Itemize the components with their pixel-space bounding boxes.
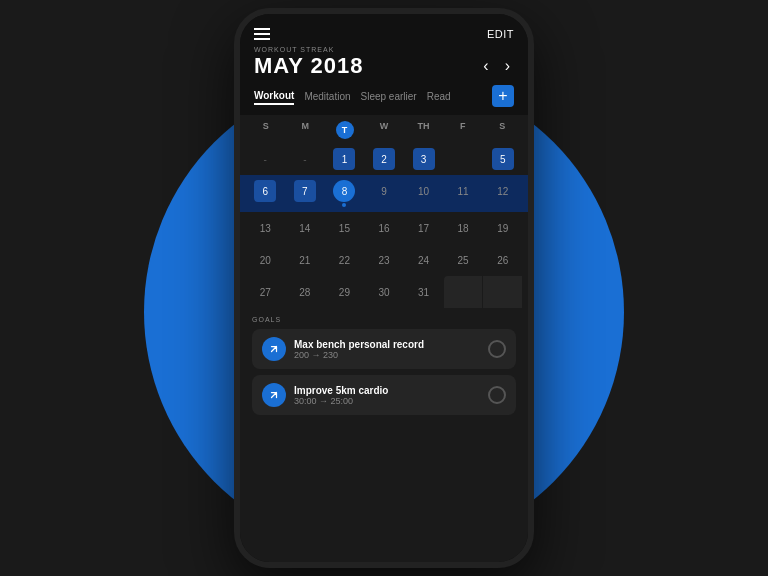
cal-cell[interactable]: 16 — [365, 212, 404, 244]
cal-cell[interactable]: 26 — [483, 244, 522, 276]
cal-cell[interactable]: 24 — [404, 244, 443, 276]
cal-cell[interactable]: 25 — [444, 244, 483, 276]
goal-check-cardio[interactable] — [488, 386, 506, 404]
goal-sub-cardio: 30:00 → 25:00 — [294, 396, 480, 406]
next-month-button[interactable]: › — [501, 55, 514, 77]
goal-check-bench[interactable] — [488, 340, 506, 358]
week-4: 20 21 22 23 24 25 26 — [240, 244, 528, 276]
day-name-s: S — [246, 121, 285, 139]
cal-cell — [444, 276, 483, 308]
phone-top-bar — [240, 14, 528, 22]
goal-item-bench[interactable]: Max bench personal record 200 → 230 — [252, 329, 516, 369]
goals-section: GOALS Max bench personal record 200 → 23… — [240, 308, 528, 425]
month-header: WORKOUT STREAK MAY 2018 ‹ › — [240, 44, 528, 85]
edit-button[interactable]: EDIT — [487, 28, 514, 40]
cal-cell-today[interactable]: 8 — [325, 175, 364, 212]
week-5: 27 28 29 30 31 — [240, 276, 528, 308]
arrow-icon — [268, 389, 280, 401]
cal-cell[interactable]: 22 — [325, 244, 364, 276]
tab-workout[interactable]: Workout — [254, 88, 294, 105]
tabs-bar: Workout Meditation Sleep earlier Read + — [240, 85, 528, 115]
cal-cell[interactable]: 18 — [444, 212, 483, 244]
cal-cell[interactable]: 10 — [404, 175, 443, 212]
cal-cell[interactable]: 14 — [286, 212, 325, 244]
calendar-header: S M T W TH F S — [240, 115, 528, 143]
cal-cell[interactable]: 3 — [404, 143, 443, 175]
cal-cell[interactable]: 13 — [246, 212, 285, 244]
goal-title-bench: Max bench personal record — [294, 339, 480, 350]
cal-cell[interactable]: - — [246, 143, 285, 175]
month-title: MAY 2018 — [254, 53, 364, 79]
cal-cell[interactable]: 20 — [246, 244, 285, 276]
cal-cell[interactable]: 23 — [365, 244, 404, 276]
cal-cell — [483, 276, 522, 308]
cal-cell[interactable]: 31 — [404, 276, 443, 308]
cal-cell[interactable]: 1 — [325, 143, 364, 175]
day-name-f: F — [443, 121, 482, 139]
streak-label: WORKOUT STREAK — [254, 46, 514, 53]
day-name-t: T — [325, 121, 364, 139]
goal-sub-bench: 200 → 230 — [294, 350, 480, 360]
cal-cell[interactable]: 9 — [365, 175, 404, 212]
goal-title-cardio: Improve 5km cardio — [294, 385, 480, 396]
cal-cell[interactable]: 5 — [483, 143, 522, 175]
cal-cell[interactable]: 2 — [365, 143, 404, 175]
calendar: S M T W TH F S - - 1 2 3 5 6 7 8 — [240, 115, 528, 562]
day-name-w: W — [364, 121, 403, 139]
arrow-icon — [268, 343, 280, 355]
menu-icon[interactable] — [254, 28, 270, 40]
goal-text-bench: Max bench personal record 200 → 230 — [294, 339, 480, 360]
phone-frame: EDIT WORKOUT STREAK MAY 2018 ‹ › Workout… — [234, 8, 534, 568]
today-dot — [342, 203, 346, 207]
day-name-th: TH — [404, 121, 443, 139]
goal-icon-cardio — [262, 383, 286, 407]
tab-sleep[interactable]: Sleep earlier — [361, 89, 417, 104]
goal-icon-bench — [262, 337, 286, 361]
cal-cell[interactable]: 21 — [286, 244, 325, 276]
week-1: - - 1 2 3 5 — [240, 143, 528, 175]
goals-label: GOALS — [252, 316, 516, 323]
cal-cell[interactable]: 12 — [483, 175, 522, 212]
cal-cell[interactable]: 11 — [444, 175, 483, 212]
cal-cell[interactable]: 28 — [286, 276, 325, 308]
app-header: EDIT — [240, 22, 528, 44]
tab-meditation[interactable]: Meditation — [304, 89, 350, 104]
cal-cell[interactable] — [444, 143, 483, 175]
cal-cell[interactable]: 19 — [483, 212, 522, 244]
prev-month-button[interactable]: ‹ — [479, 55, 492, 77]
cal-cell[interactable]: - — [286, 143, 325, 175]
goal-text-cardio: Improve 5km cardio 30:00 → 25:00 — [294, 385, 480, 406]
day-name-s2: S — [483, 121, 522, 139]
cal-cell[interactable]: 6 — [246, 175, 285, 212]
nav-arrows: ‹ › — [479, 55, 514, 77]
tab-read[interactable]: Read — [427, 89, 451, 104]
cal-cell[interactable]: 7 — [286, 175, 325, 212]
cal-cell[interactable]: 29 — [325, 276, 364, 308]
goal-item-cardio[interactable]: Improve 5km cardio 30:00 → 25:00 — [252, 375, 516, 415]
add-tab-button[interactable]: + — [492, 85, 514, 107]
week-2: 6 7 8 9 10 11 12 — [240, 175, 528, 212]
cal-cell[interactable]: 27 — [246, 276, 285, 308]
cal-cell[interactable]: 15 — [325, 212, 364, 244]
cal-cell[interactable]: 30 — [365, 276, 404, 308]
cal-cell[interactable]: 17 — [404, 212, 443, 244]
week-3: 13 14 15 16 17 18 19 — [240, 212, 528, 244]
day-name-m: M — [285, 121, 324, 139]
